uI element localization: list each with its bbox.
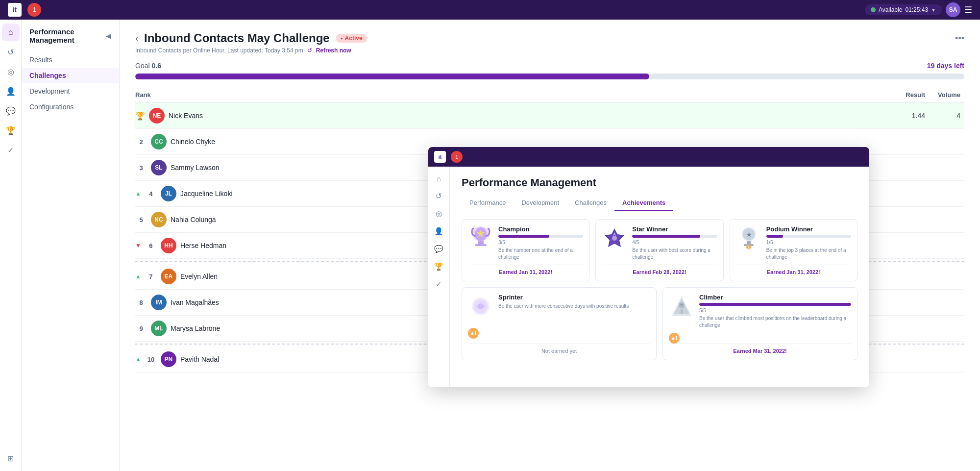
refresh-link[interactable]: Refresh now <box>316 47 351 54</box>
svg-text:★: ★ <box>746 231 751 238</box>
sw-logo: it <box>434 151 446 163</box>
avatar: ML <box>151 321 167 336</box>
table-header: Rank Result Volume <box>135 87 964 103</box>
avatar[interactable]: SA <box>946 2 960 17</box>
col-result-header: Result <box>886 91 925 99</box>
chevron-down-icon: ▼ <box>931 7 936 13</box>
sidebar-grid-icon[interactable]: ⊞ <box>2 449 20 467</box>
status-dot <box>871 7 876 12</box>
sidebar-home-icon[interactable]: ⌂ <box>2 24 20 41</box>
timer-label: 01:25:43 <box>905 6 928 13</box>
avatar: SL <box>151 160 167 175</box>
achievement-card-sprinter: Sprinter Be the user with more consecuti… <box>462 287 657 360</box>
sw-people-icon[interactable]: 👤 <box>431 223 447 239</box>
notification-badge[interactable]: 1 <box>27 3 41 17</box>
table-row: 🏆 NE Nick Evans 1.44 4 <box>135 103 964 129</box>
second-window: it 1 ⌂ ↺ ◎ 👤 💬 🏆 ✓ Performance Managemen… <box>428 147 869 387</box>
achievement-card-champion: Champion 3/5 Be the number one at the en… <box>462 219 589 281</box>
sw-trophy-icon[interactable]: 🏆 <box>431 259 447 274</box>
champion-earned-label: Earned Jan 31, 2022! <box>468 265 583 275</box>
sw-target-icon[interactable]: ◎ <box>431 206 447 222</box>
avatar: CC <box>151 134 167 149</box>
avatar: PN <box>161 351 176 367</box>
champion-icon <box>468 225 493 251</box>
main-layout: ⌂ ↺ ◎ 👤 💬 🏆 ✓ ⊞ Performance Management ◀… <box>0 20 980 471</box>
notification-count: 1 <box>33 6 36 13</box>
app-logo: it <box>8 3 22 17</box>
achievement-card-star-winner: Star Winner 4/5 Be the user with best sc… <box>595 219 723 281</box>
sidebar-chat-icon[interactable]: 💬 <box>2 102 20 120</box>
sidebar-item-challenges[interactable]: Challenges <box>22 68 119 83</box>
trend-up-icon: ▲ <box>135 190 141 197</box>
back-button[interactable]: ‹ <box>135 33 138 44</box>
goal-value: 0.6 <box>151 62 161 70</box>
icon-sidebar: ⌂ ↺ ◎ 👤 💬 🏆 ✓ ⊞ <box>0 20 22 471</box>
climber-icon <box>669 294 694 319</box>
avatar: NC <box>151 212 167 227</box>
sprinter-badge: ★1 <box>468 328 479 339</box>
star-winner-icon <box>602 225 627 251</box>
sidebar-target-icon[interactable]: ◎ <box>2 63 20 80</box>
menu-icon[interactable]: ☰ <box>964 4 972 15</box>
status-badge[interactable]: Available 01:25:43 ▼ <box>865 4 942 15</box>
sw-activity-icon[interactable]: ↺ <box>431 188 447 204</box>
second-window-topbar: it 1 <box>428 147 869 167</box>
sprinter-not-earned-label: Not earned yet <box>468 344 650 354</box>
nav-sidebar: Performance Management ◀ Results Challen… <box>22 20 120 471</box>
sw-home-icon[interactable]: ⌂ <box>431 171 447 186</box>
avatar: NE <box>149 108 165 124</box>
trend-up-icon: ▲ <box>135 273 141 280</box>
challenge-subtitle: Inbound Contacts per Online Hour, Last u… <box>135 47 964 54</box>
tab-achievements[interactable]: Achievements <box>614 195 673 211</box>
svg-rect-2 <box>478 241 484 244</box>
achievements-grid-bottom: Sprinter Be the user with more consecuti… <box>462 287 858 360</box>
sprinter-info: Sprinter Be the user with more consecuti… <box>498 294 650 310</box>
svg-rect-11 <box>747 241 751 244</box>
sidebar-item-results[interactable]: Results <box>22 52 119 68</box>
active-badge: ● Active <box>336 34 368 43</box>
climber-badge: ★1 <box>669 333 680 344</box>
sidebar-activity-icon[interactable]: ↺ <box>2 43 20 61</box>
sidebar-tasks-icon[interactable]: ✓ <box>2 141 20 159</box>
sw-body: ⌂ ↺ ◎ 👤 💬 🏆 ✓ Performance Management Per… <box>428 167 869 387</box>
avatar: JL <box>161 186 176 201</box>
progress-bar-track <box>135 74 964 79</box>
col-volume-header: Volume <box>925 91 964 99</box>
trend-up-icon: ▲ <box>135 356 141 363</box>
avatar: HH <box>161 238 176 253</box>
collapse-icon[interactable]: ◀ <box>106 32 111 40</box>
sidebar-item-configurations[interactable]: Configurations <box>22 99 119 115</box>
sidebar-item-development[interactable]: Development <box>22 83 119 99</box>
sw-main: Performance Management Performance Devel… <box>450 167 869 387</box>
sw-title: Performance Management <box>462 176 858 189</box>
podium-winner-icon: ★ 1 <box>736 225 761 251</box>
achievement-card-climber: Climber 5/5 Be the user that climbed mos… <box>662 287 858 360</box>
sidebar-people-icon[interactable]: 👤 <box>2 82 20 100</box>
podium-winner-earned-label: Earned Jan 31, 2022! <box>736 265 851 275</box>
trophy-icon: 🏆 <box>135 111 145 121</box>
climber-earned-label: Earned Mar 31, 2022! <box>669 344 851 354</box>
avatar: IM <box>151 295 167 310</box>
achievements-grid-top: Champion 3/5 Be the number one at the en… <box>462 219 858 281</box>
progress-bar-fill <box>135 74 649 79</box>
sidebar-title: Performance Management <box>29 27 106 44</box>
challenge-title: Inbound Contacts May Challenge <box>144 31 330 45</box>
challenge-header: ‹ Inbound Contacts May Challenge ● Activ… <box>135 31 964 45</box>
champion-info: Champion 3/5 Be the number one at the en… <box>498 225 583 261</box>
sw-chat-icon[interactable]: 💬 <box>431 241 447 257</box>
more-options-button[interactable]: ••• <box>955 33 964 44</box>
svg-text:1: 1 <box>747 245 750 249</box>
tabs: Performance Development Challenges Achie… <box>462 195 858 211</box>
top-bar: it 1 Available 01:25:43 ▼ SA ☰ <box>0 0 980 20</box>
sw-icon-bar: ⌂ ↺ ◎ 👤 💬 🏆 ✓ <box>428 167 450 387</box>
svg-point-7 <box>612 236 617 241</box>
tab-development[interactable]: Development <box>514 195 567 211</box>
tab-challenges[interactable]: Challenges <box>567 195 614 211</box>
svg-rect-20 <box>681 309 683 314</box>
star-winner-earned-label: Earned Feb 28, 2022! <box>602 265 717 275</box>
sw-tasks-icon[interactable]: ✓ <box>431 276 447 292</box>
tab-performance[interactable]: Performance <box>462 195 514 211</box>
sidebar-trophy-icon[interactable]: 🏆 <box>2 122 20 139</box>
goal-row: Goal 0.6 19 days left <box>135 62 964 70</box>
status-label: Available <box>879 6 902 13</box>
